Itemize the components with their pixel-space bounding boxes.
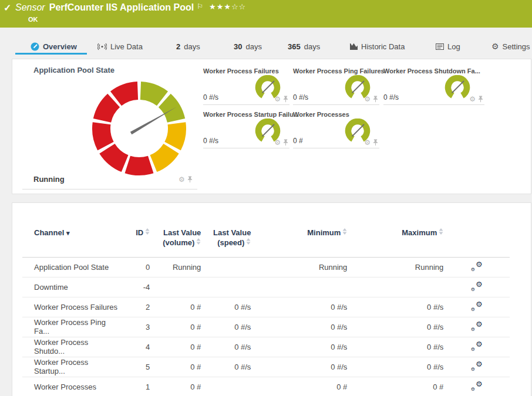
priority-stars[interactable]: ★★★☆☆ <box>209 2 246 11</box>
sensor-header: ✓ SensorPerfCounter IIS Application Pool… <box>0 0 532 28</box>
sort-icon <box>145 228 150 235</box>
channel-settings-gear-icon[interactable]: ⚙ <box>179 176 185 183</box>
last-value-speed-cell: 0 #/s <box>201 297 251 317</box>
table-row[interactable]: Worker Process Ping Fa... 3 0 # 0 #/s 0 … <box>22 317 510 337</box>
tab-log[interactable]: Log <box>436 40 460 52</box>
pin-icon[interactable] <box>373 96 378 103</box>
maximum-cell: 0 #/s <box>347 297 443 317</box>
maximum-cell: 0 #/s <box>347 317 443 337</box>
mini-gauge-title: Worker Process Shutdown Fa... <box>383 67 480 75</box>
channel-name-cell: Worker Process Startup... <box>22 357 120 377</box>
pin-icon[interactable] <box>373 139 378 146</box>
sort-icon <box>439 228 443 235</box>
minimum-cell <box>251 277 347 297</box>
last-value-volume-cell: Running <box>150 257 201 277</box>
mini-gauge-value: 0 #/s <box>293 93 308 101</box>
mini-gauge-title: Worker Process Startup Failu... <box>203 111 299 118</box>
edit-channel-gears-icon[interactable]: ⚙⚙ <box>471 281 483 291</box>
channel-id-cell: 3 <box>120 317 150 337</box>
last-value-speed-cell: 0 #/s <box>201 317 251 337</box>
mini-gauge-worker-process-shutdown-failures[interactable]: Worker Process Shutdown Fa... 0 #/s ⚙ <box>383 67 484 105</box>
tab-live-data-label: Live Data <box>110 42 143 51</box>
pin-icon[interactable] <box>283 96 288 103</box>
last-value-volume-cell: 0 # <box>150 337 201 357</box>
edit-channel-gears-icon[interactable]: ⚙⚙ <box>471 321 483 331</box>
last-value-volume-cell: 0 # <box>150 317 201 337</box>
channel-id-cell: -4 <box>120 277 150 297</box>
channel-settings-gear-icon[interactable]: ⚙ <box>274 139 281 146</box>
col-header-label: (volume) <box>163 238 194 247</box>
main-gauge-title: Application Pool State <box>33 66 115 75</box>
col-header-channel-label: Channel <box>34 228 64 237</box>
minimum-cell: 0 #/s <box>251 337 347 357</box>
tab-2-days[interactable]: 2 days <box>176 40 200 52</box>
last-value-volume-cell: 0 # <box>150 357 201 377</box>
application-pool-state-gauge[interactable] <box>89 78 190 179</box>
gear-icon: ⚙ <box>491 43 499 50</box>
table-row[interactable]: Worker Process Shutdo... 4 0 # 0 #/s 0 #… <box>22 337 510 357</box>
mini-gauge-value: 0 # <box>293 137 303 145</box>
edit-channel-gears-icon[interactable]: ⚙⚙ <box>471 341 483 351</box>
mini-gauge-title: Worker Process Failures <box>203 67 279 75</box>
channel-settings-gear-icon[interactable]: ⚙ <box>364 96 371 103</box>
mini-gauge-worker-process-failures[interactable]: Worker Process Failures 0 #/s ⚙ <box>203 67 289 105</box>
edit-channel-gears-icon[interactable]: ⚙⚙ <box>471 301 483 311</box>
mini-gauge-worker-process-ping-failures[interactable]: Worker Process Ping Failures 0 #/s ⚙ <box>293 67 379 105</box>
tab-30-days[interactable]: 30 days <box>234 40 262 52</box>
area-chart-icon <box>349 43 358 50</box>
sensor-type-label: Sensor <box>15 2 45 12</box>
mini-gauge-controls: ⚙ <box>364 96 378 103</box>
mini-gauge-worker-processes[interactable]: Worker Processes 0 # ⚙ <box>293 111 379 148</box>
channel-name-cell: Worker Process Shutdo... <box>22 337 120 357</box>
table-row[interactable]: Application Pool State 0 Running Running… <box>22 257 510 277</box>
last-value-speed-cell <box>201 257 251 277</box>
tab-overview[interactable]: Overview <box>31 40 77 52</box>
priority-flag-icon[interactable]: ⚐ <box>197 2 203 11</box>
col-header-id[interactable]: ID <box>120 222 150 257</box>
tab-overview-label: Overview <box>43 42 77 51</box>
sort-icon <box>342 228 347 235</box>
pin-icon[interactable] <box>187 176 193 183</box>
active-tab-underline <box>15 53 87 55</box>
col-header-minimum[interactable]: Minimum <box>251 222 347 257</box>
table-row[interactable]: Worker Process Failures 2 0 # 0 #/s 0 #/… <box>22 297 510 317</box>
table-row[interactable]: Worker Processes 1 0 # 0 # 0 # ⚙⚙ <box>22 377 510 396</box>
tab-live-data[interactable]: Live Data <box>97 40 143 52</box>
pin-icon[interactable] <box>283 139 288 146</box>
channel-settings-gear-icon[interactable]: ⚙ <box>274 96 281 103</box>
table-row[interactable]: Worker Process Startup... 5 0 # 0 #/s 0 … <box>22 357 510 377</box>
tab-settings[interactable]: ⚙ Settings <box>491 40 530 52</box>
pin-icon[interactable] <box>478 96 483 103</box>
actions-cell: ⚙⚙ <box>443 337 510 357</box>
edit-channel-gears-icon[interactable]: ⚙⚙ <box>471 381 483 391</box>
col-header-channel[interactable]: Channel ▾ <box>22 222 120 257</box>
mini-gauge-value: 0 #/s <box>203 93 218 101</box>
tab-2-days-unit: days <box>184 42 200 51</box>
col-header-last-value-volume[interactable]: Last Value (volume) <box>150 222 201 257</box>
divider <box>22 189 197 189</box>
channel-id-cell: 4 <box>120 337 150 357</box>
mini-gauge-controls: ⚙ <box>364 139 378 146</box>
last-value-speed-cell: 0 #/s <box>201 337 251 357</box>
sort-icon <box>196 238 201 245</box>
col-header-maximum[interactable]: Maximum <box>347 222 443 257</box>
log-list-icon <box>436 43 444 50</box>
mini-gauge-worker-process-startup-failures[interactable]: Worker Process Startup Failu... 0 #/s ⚙ <box>203 111 289 148</box>
col-header-label: (speed) <box>217 238 244 247</box>
edit-channel-gears-icon[interactable]: ⚙⚙ <box>471 361 483 371</box>
minimum-cell: Running <box>251 257 347 277</box>
tab-365-days[interactable]: 365 days <box>288 40 320 52</box>
channel-settings-gear-icon[interactable]: ⚙ <box>469 96 476 103</box>
col-header-id-label: ID <box>136 228 143 237</box>
actions-cell: ⚙⚙ <box>443 277 510 297</box>
minimum-cell: 0 #/s <box>251 317 347 337</box>
edit-channel-gears-icon[interactable]: ⚙⚙ <box>471 261 483 271</box>
actions-cell: ⚙⚙ <box>443 377 510 396</box>
table-row[interactable]: Downtime -4 ⚙⚙ <box>22 277 510 297</box>
col-header-last-value-speed[interactable]: Last Value (speed) <box>201 222 251 257</box>
tab-historic-data[interactable]: Historic Data <box>349 40 405 52</box>
maximum-cell: 0 # <box>347 377 443 396</box>
status-badge: OK <box>28 16 38 23</box>
actions-cell: ⚙⚙ <box>443 257 510 277</box>
channel-settings-gear-icon[interactable]: ⚙ <box>364 139 371 146</box>
